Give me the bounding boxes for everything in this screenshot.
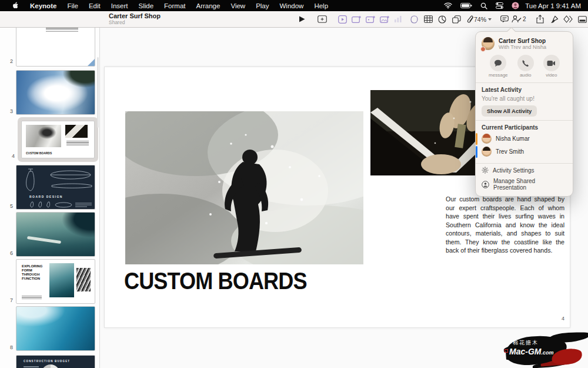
message-button[interactable]: message [489, 55, 507, 78]
slide-number: 8 [2, 344, 13, 350]
mini-teal-image [49, 263, 74, 297]
menu-help[interactable]: Help [309, 2, 333, 9]
slide-thumbnail-3[interactable] [16, 70, 95, 115]
sidebar-scrollbar[interactable] [97, 57, 99, 128]
add-slide-button[interactable] [315, 12, 329, 26]
watermark: 棉花搪木 Mac-GM.com [497, 331, 584, 368]
video-camera-icon [547, 60, 556, 67]
menu-format[interactable]: Format [159, 2, 191, 9]
surfer-photo[interactable] [125, 111, 363, 264]
play-icon [298, 15, 306, 23]
animate-button[interactable] [561, 12, 575, 26]
mini-caption-lines [22, 295, 42, 300]
menu-keynote[interactable]: Keynote [25, 2, 62, 9]
audio-label: audio [520, 72, 532, 78]
slide-body-text[interactable]: Our custom boards are hand shaped by our… [446, 195, 564, 255]
slide-thumbnail-7[interactable]: EXPLORING FORM THROUGH FUNCTION [16, 259, 95, 304]
comment-icon [500, 15, 509, 23]
collaborate-button[interactable]: 2 [512, 12, 526, 26]
participant-row[interactable]: Nisha Kumar [482, 134, 567, 144]
slide-page-number: 4 [562, 316, 564, 321]
menu-insert[interactable]: Insert [106, 2, 133, 9]
slide-thumbnail-6[interactable] [16, 212, 95, 257]
mini-slide-title: CONSTRUCTION BUDGET [24, 360, 70, 363]
board-design-art: BOARD DESIGN [16, 165, 95, 210]
menu-file[interactable]: File [62, 2, 83, 9]
insert-chart-button-disabled[interactable] [391, 12, 405, 26]
menu-window[interactable]: Window [275, 2, 309, 9]
control-center-icon[interactable] [496, 2, 503, 9]
slide-number: 3 [2, 108, 13, 114]
menu-slide[interactable]: Slide [133, 2, 159, 9]
menu-play[interactable]: Play [250, 2, 274, 9]
format-button[interactable] [547, 12, 562, 26]
menu-clock[interactable]: Tue Apr 1 9:41 AM [525, 2, 581, 9]
slide-title[interactable]: CUSTOM BOARDS [124, 267, 307, 295]
shape-tool-button[interactable] [407, 12, 421, 26]
slide-2-art [16, 28, 95, 66]
participant-color-bar [476, 146, 477, 158]
share-button[interactable] [533, 12, 547, 26]
audio-button[interactable]: audio [517, 55, 534, 78]
apple-menu[interactable] [7, 2, 25, 9]
latest-activity-heading: Latest Activity [482, 87, 567, 93]
keynote-app-window: Keynote File Edit Insert Slide Format Ar… [0, 0, 588, 368]
play-recorded-button[interactable] [335, 12, 349, 26]
slide-thumbnail-8[interactable] [16, 306, 95, 351]
menu-edit[interactable]: Edit [83, 2, 106, 9]
document-button[interactable] [575, 12, 588, 26]
shapes-button[interactable] [449, 12, 463, 26]
battery-icon[interactable] [460, 3, 472, 9]
watermark-red-splat [550, 347, 583, 367]
account-icon[interactable] [512, 2, 519, 9]
add-slide-icon [318, 15, 327, 23]
insert-slide-button[interactable] [349, 12, 363, 26]
document-setup-icon [578, 16, 587, 23]
zoom-control[interactable]: 74% [474, 12, 492, 26]
mini-board-image [65, 125, 88, 138]
share-icon [536, 15, 544, 24]
menu-bar: Keynote File Edit Insert Slide Format Ar… [0, 0, 588, 11]
bar-chart-icon [394, 15, 402, 23]
slide-thumbnail-2[interactable] [16, 28, 95, 67]
shape-blob-icon [410, 15, 418, 24]
slide-thumbnail-5[interactable]: BOARD DESIGN [16, 165, 95, 210]
activity-settings-item[interactable]: Activity Settings [476, 164, 573, 177]
slide-thumbnail-9[interactable]: CONSTRUCTION BUDGET [16, 355, 95, 368]
popover-title: Carter Surf Shop [499, 38, 546, 44]
video-button[interactable]: video [543, 55, 560, 78]
collaboration-popover: Carter Surf Shop With Trev and Nisha mes… [475, 31, 573, 197]
chart-button[interactable] [435, 12, 449, 26]
participant-color-bar [476, 133, 477, 145]
watermark-cn-text: 棉花搪木 [513, 339, 539, 347]
animate-diamond-icon [563, 15, 573, 23]
menu-arrange[interactable]: Arrange [191, 2, 226, 9]
apple-logo-icon [12, 2, 19, 9]
show-all-activity-button[interactable]: Show All Activity [482, 105, 537, 117]
wifi-icon[interactable] [444, 2, 452, 9]
spotlight-icon[interactable] [480, 2, 487, 9]
popover-header: Carter Surf Shop With Trev and Nisha [476, 32, 573, 52]
insert-textbox-button[interactable] [363, 12, 377, 26]
mini-boards-image [76, 268, 91, 291]
caught-up-status: You're all caught up! [482, 95, 567, 102]
zoom-level-label: 74% [474, 16, 486, 23]
watermark-splatter [505, 334, 567, 366]
manage-shared-item[interactable]: Manage Shared Presentation [476, 177, 573, 196]
mini-caption-lines [66, 140, 89, 146]
insert-photo-button[interactable] [377, 12, 392, 26]
table-button[interactable] [421, 12, 435, 26]
audio-phone-icon [522, 59, 529, 67]
play-button[interactable] [295, 12, 309, 26]
participant-row[interactable]: Trev Smith [482, 147, 567, 157]
gear-icon [482, 167, 489, 174]
format-brush-icon [550, 15, 559, 24]
watermark-red-square [505, 349, 508, 353]
watermark-site-text: Mac-GM.com [509, 347, 553, 356]
slide-number: 7 [2, 297, 13, 303]
comment-button[interactable] [497, 12, 512, 26]
participant-name: Nisha Kumar [496, 135, 530, 142]
menu-view[interactable]: View [225, 2, 250, 9]
message-label: message [489, 72, 507, 78]
slide-thumbnail-4-selected[interactable]: CUSTOM BOARDS [21, 121, 95, 158]
